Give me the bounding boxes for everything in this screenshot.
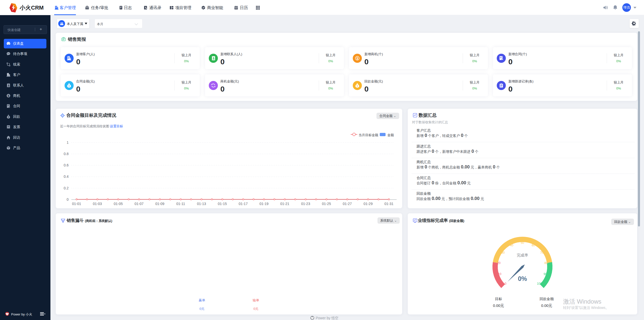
svg-text:01-01: 01-01	[72, 202, 81, 206]
svg-text:01-17: 01-17	[239, 202, 248, 206]
svg-text:01-29: 01-29	[364, 202, 373, 206]
svg-text:¥: ¥	[68, 84, 70, 87]
svg-text:0.2: 0.2	[64, 186, 69, 190]
svg-text:01-13: 01-13	[197, 202, 206, 206]
svg-text:0.8: 0.8	[64, 152, 69, 156]
svg-text:¥: ¥	[357, 84, 358, 87]
svg-text:40: 40	[510, 244, 513, 247]
svg-text:1: 1	[67, 140, 69, 144]
svg-text:$: $	[8, 94, 9, 97]
svg-text:0.6: 0.6	[64, 163, 69, 167]
svg-text:20: 20	[497, 261, 501, 265]
svg-text:01-31: 01-31	[384, 202, 393, 206]
svg-text:01-27: 01-27	[343, 202, 352, 206]
svg-text:0: 0	[67, 197, 69, 201]
svg-text:10: 10	[498, 272, 502, 276]
svg-text:¥: ¥	[8, 116, 9, 118]
svg-text:01-05: 01-05	[114, 202, 123, 206]
svg-text:01-19: 01-19	[259, 202, 269, 206]
svg-text:0.4: 0.4	[64, 174, 69, 179]
svg-text:70: 70	[540, 251, 544, 254]
svg-text:60: 60	[532, 244, 535, 247]
svg-text:80: 80	[544, 261, 548, 265]
svg-text:50: 50	[521, 241, 524, 245]
svg-text:01-23: 01-23	[301, 202, 310, 206]
svg-text:01-21: 01-21	[280, 202, 289, 206]
svg-text:0: 0	[505, 282, 506, 285]
svg-text:01-11: 01-11	[176, 202, 185, 206]
svg-text:$: $	[356, 57, 358, 60]
svg-text:01-09: 01-09	[155, 202, 164, 206]
svg-text:01-03: 01-03	[93, 202, 102, 206]
svg-text:90: 90	[544, 272, 547, 276]
svg-text:30: 30	[501, 251, 505, 254]
svg-text:01-07: 01-07	[134, 202, 143, 206]
svg-text:01-25: 01-25	[322, 202, 331, 206]
svg-text:01-15: 01-15	[218, 202, 227, 206]
svg-text:100: 100	[537, 282, 542, 285]
